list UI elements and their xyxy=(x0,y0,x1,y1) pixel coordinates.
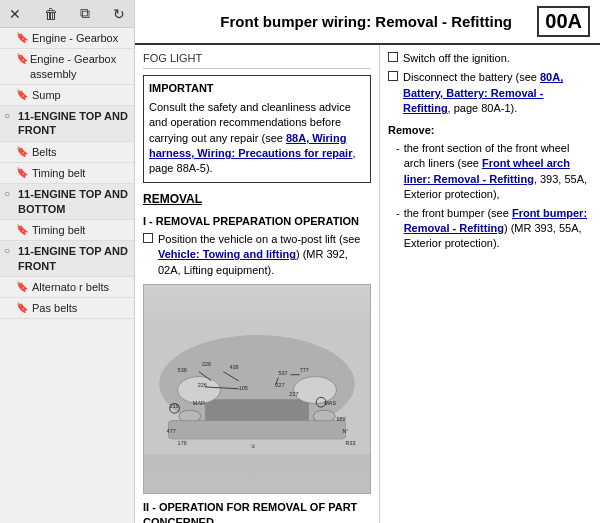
wheel-arch-link[interactable]: Front wheel arch liner: Removal - Refitt… xyxy=(404,157,570,184)
bookmark-icon: 🔖 xyxy=(16,281,28,292)
bookmark-icon: 🔖 xyxy=(16,167,28,178)
sidebar-item-timing-belt-1[interactable]: 🔖 Timing belt xyxy=(0,163,134,184)
left-column[interactable]: FOG LIGHT IMPORTANT Consult the safety a… xyxy=(135,45,380,523)
checkbox-icon xyxy=(143,233,153,243)
close-icon[interactable]: ✕ xyxy=(6,5,24,23)
bookmark-icon: 🔖 xyxy=(16,89,28,100)
remove-item-1: - the front section of the front wheel a… xyxy=(388,141,592,203)
sidebar-item-label: Alternato r belts xyxy=(32,280,109,294)
svg-text:438: 438 xyxy=(230,364,239,370)
sidebar-item-label: 11-ENGINE TOP AND FRONT xyxy=(18,244,130,273)
sidebar-item-belts[interactable]: 🔖 Belts xyxy=(0,142,134,163)
remove-item-1-text: the front section of the front wheel arc… xyxy=(404,141,592,203)
sidebar-item-label: Engine - Gearbox xyxy=(32,31,118,45)
section-bullet: ○ xyxy=(4,245,14,256)
remove-item-2: - the front bumper (see Front bumper: Re… xyxy=(388,206,592,252)
important-box: IMPORTANT Consult the safety and cleanli… xyxy=(143,75,371,182)
copy-icon[interactable]: ⧉ xyxy=(77,4,93,23)
checkbox-icon xyxy=(388,52,398,62)
sidebar-section-11-engine-top-front-2[interactable]: ○ 11-ENGINE TOP AND FRONT xyxy=(0,241,134,277)
svg-text:R33: R33 xyxy=(346,440,356,446)
svg-point-3 xyxy=(178,377,221,404)
svg-text:105: 105 xyxy=(239,385,248,391)
important-text: Consult the safety and cleanliness advic… xyxy=(149,101,356,175)
sidebar-item-label: 11-ENGINE TOP AND FRONT xyxy=(18,109,130,138)
diagram-svg: 538 226 438 226 105 219 477 176 537 777 … xyxy=(144,285,370,494)
bookmark-icon: 🔖 xyxy=(16,224,28,235)
sidebar-item-alternator-belts[interactable]: 🔖 Alternato r belts xyxy=(0,277,134,298)
refresh-icon[interactable]: ↻ xyxy=(110,5,128,23)
sidebar-item-label: Pas belts xyxy=(32,301,77,315)
section-bullet: ○ xyxy=(4,110,14,121)
vehicle-towing-link[interactable]: Vehicle: Towing and lifting xyxy=(158,248,296,260)
section-bullet: ○ xyxy=(4,188,14,199)
disconnect-battery-text: Disconnect the battery (see 80A, Battery… xyxy=(403,70,592,116)
wiring-diagram: 538 226 438 226 105 219 477 176 537 777 … xyxy=(143,284,371,494)
svg-text:227: 227 xyxy=(289,391,298,397)
page-title: Front bumper wiring: Removal - Refitting xyxy=(195,13,537,30)
svg-text:176: 176 xyxy=(178,440,187,446)
svg-text:477: 477 xyxy=(167,428,176,434)
svg-text:989: 989 xyxy=(336,416,345,422)
svg-text:537: 537 xyxy=(278,370,287,376)
sidebar-item-label: 11-ENGINE TOP AND BOTTOM xyxy=(18,187,130,216)
remove-label: Remove: xyxy=(388,123,592,138)
svg-point-4 xyxy=(294,377,337,404)
removal-prep-title: I - REMOVAL PREPARATION OPERATION xyxy=(143,214,371,229)
sidebar-item-label: Sump xyxy=(32,88,61,102)
removal-title: REMOVAL xyxy=(143,191,371,208)
bookmark-icon: 🔖 xyxy=(16,302,28,313)
sidebar-item-sump[interactable]: 🔖 Sump xyxy=(0,85,134,106)
page-header: Front bumper wiring: Removal - Refitting… xyxy=(135,0,600,45)
svg-text:MAR: MAR xyxy=(193,400,205,406)
sidebar-section-11-engine-top-bottom[interactable]: ○ 11-ENGINE TOP AND BOTTOM xyxy=(0,184,134,220)
front-bumper-link[interactable]: Front bumper: Removal - Refitting xyxy=(404,207,587,234)
svg-text:538: 538 xyxy=(178,367,187,373)
switch-ignition-text: Switch off the ignition. xyxy=(403,51,510,66)
page-code: 00A xyxy=(537,6,590,37)
sidebar-toolbar: ✕ 🗑 ⧉ ↻ xyxy=(0,0,134,28)
main-content: Front bumper wiring: Removal - Refitting… xyxy=(135,0,600,523)
svg-text:226: 226 xyxy=(202,361,211,367)
important-title: IMPORTANT xyxy=(149,81,365,96)
sidebar-scroll[interactable]: 🔖 Engine - Gearbox 🔖 Engine - Gearbox as… xyxy=(0,28,134,523)
checkbox-icon xyxy=(388,71,398,81)
remove-item-2-text: the front bumper (see Front bumper: Remo… xyxy=(404,206,592,252)
main-body: FOG LIGHT IMPORTANT Consult the safety a… xyxy=(135,45,600,523)
delete-icon[interactable]: 🗑 xyxy=(41,5,61,23)
svg-rect-7 xyxy=(168,421,345,439)
sidebar-item-timing-belt-2[interactable]: 🔖 Timing belt xyxy=(0,220,134,241)
sidebar-item-label: Timing belt xyxy=(32,166,85,180)
right-column: Switch off the ignition. Disconnect the … xyxy=(380,45,600,523)
sidebar-item-pas-belts[interactable]: 🔖 Pas belts xyxy=(0,298,134,319)
bookmark-icon: 🔖 xyxy=(16,32,28,43)
sidebar: ✕ 🗑 ⧉ ↻ 🔖 Engine - Gearbox 🔖 Engine - Ge… xyxy=(0,0,135,523)
sidebar-item-engine-gearbox-assembly[interactable]: 🔖 Engine - Gearbox assembly xyxy=(0,49,134,85)
removal-prep-item: Position the vehicle on a two-post lift … xyxy=(143,232,371,278)
battery-link[interactable]: 80A, Battery, Battery: Removal - Refitti… xyxy=(403,71,563,114)
sidebar-item-label: Engine - Gearbox assembly xyxy=(30,52,130,81)
wiring-link[interactable]: 88A, Wiring harness, Wiring: Precautions… xyxy=(149,132,352,159)
sidebar-item-label: Belts xyxy=(32,145,56,159)
fog-light-label: FOG LIGHT xyxy=(143,51,371,69)
op-removal-title: II - OPERATION FOR REMOVAL OF PART CONCE… xyxy=(143,500,371,523)
bookmark-icon: 🔖 xyxy=(16,146,28,157)
bookmark-icon: 🔖 xyxy=(16,53,26,64)
sidebar-section-11-engine-top-front-1[interactable]: ○ 11-ENGINE TOP AND FRONT xyxy=(0,106,134,142)
sidebar-item-engine-gearbox-1[interactable]: 🔖 Engine - Gearbox xyxy=(0,28,134,49)
switch-ignition-item: Switch off the ignition. xyxy=(388,51,592,66)
svg-text:777: 777 xyxy=(300,367,309,373)
svg-text:N°: N° xyxy=(343,428,349,434)
disconnect-battery-item: Disconnect the battery (see 80A, Battery… xyxy=(388,70,592,116)
removal-prep-text: Position the vehicle on a two-post lift … xyxy=(158,232,371,278)
sidebar-item-label: Timing belt xyxy=(32,223,85,237)
